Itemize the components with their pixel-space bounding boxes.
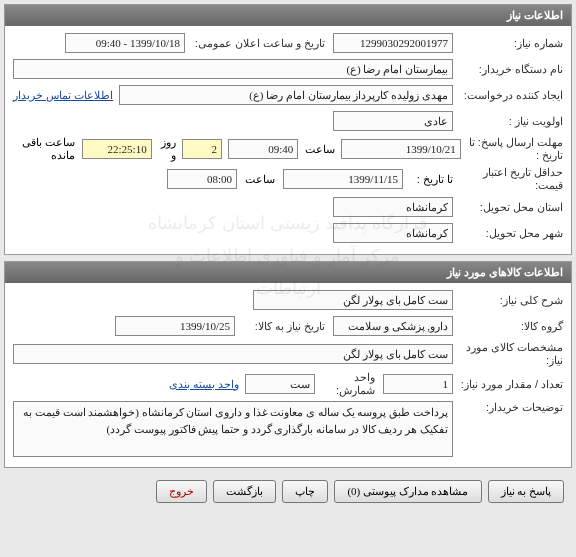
- resp-time-input[interactable]: [228, 139, 298, 159]
- need-no-input[interactable]: [333, 33, 453, 53]
- time-label-2: ساعت: [245, 173, 275, 186]
- min-price-time-input[interactable]: [167, 169, 237, 189]
- days-input[interactable]: [182, 139, 222, 159]
- need-until-label: تاریخ نیاز به کالا:: [235, 320, 325, 333]
- days-label: روز و: [158, 136, 176, 162]
- spec-label: مشخصات کالای مورد نیاز:: [453, 341, 563, 367]
- contact-link[interactable]: اطلاعات تماس خریدار: [13, 89, 113, 102]
- button-bar: پاسخ به نیاز مشاهده مدارک پیوستی (0) چاپ…: [4, 474, 572, 509]
- back-button[interactable]: بازگشت: [213, 480, 276, 503]
- need-info-panel: اطلاعات نیاز شماره نیاز: تاریخ و ساعت اع…: [4, 4, 572, 255]
- remain-time-input[interactable]: [82, 139, 152, 159]
- buyer-org-input[interactable]: [13, 59, 453, 79]
- spec-input[interactable]: [13, 344, 453, 364]
- min-price-label: حداقل تاریخ اعتبار قیمت:: [453, 166, 563, 192]
- creator-label: ایجاد کننده درخواست:: [453, 89, 563, 102]
- ann-label: تاریخ و ساعت اعلان عمومی:: [185, 37, 325, 50]
- note-textarea[interactable]: [13, 401, 453, 457]
- buyer-org-label: نام دستگاه خریدار:: [453, 63, 563, 76]
- ann-input[interactable]: [65, 33, 185, 53]
- desc-input[interactable]: [253, 290, 453, 310]
- resp-date-input[interactable]: [341, 139, 461, 159]
- priority-label: اولویت نیاز :: [453, 115, 563, 128]
- unit-label: واحد شمارش:: [315, 371, 375, 397]
- desc-label: شرح کلی نیاز:: [453, 294, 563, 307]
- pack-link[interactable]: واحد بسته بندی: [169, 378, 239, 391]
- exit-button[interactable]: خروج: [156, 480, 207, 503]
- group-input[interactable]: [333, 316, 453, 336]
- min-price-date-input[interactable]: [283, 169, 403, 189]
- qty-input[interactable]: [383, 374, 453, 394]
- resp-deadline-label: مهلت ارسال پاسخ: تا تاریخ :: [461, 136, 563, 162]
- qty-label: تعداد / مقدار مورد نیاز:: [453, 378, 563, 391]
- attachments-button[interactable]: مشاهده مدارک پیوستی (0): [334, 480, 481, 503]
- unit-input[interactable]: [245, 374, 315, 394]
- group-label: گروه کالا:: [453, 320, 563, 333]
- time-label-1: ساعت: [305, 143, 335, 156]
- note-label: توضیحات خریدار:: [453, 401, 563, 414]
- remain-label: ساعت باقی مانده: [13, 136, 75, 162]
- province-label: استان محل تحویل:: [453, 201, 563, 214]
- province-input[interactable]: [333, 197, 453, 217]
- min-price-to: تا تاریخ :: [403, 173, 453, 186]
- city-input[interactable]: [333, 223, 453, 243]
- panel2-header: اطلاعات کالاهای مورد نیاز: [5, 262, 571, 283]
- print-button[interactable]: چاپ: [282, 480, 328, 503]
- respond-button[interactable]: پاسخ به نیاز: [488, 480, 565, 503]
- city-label: شهر محل تحویل:: [453, 227, 563, 240]
- need-until-input[interactable]: [115, 316, 235, 336]
- need-no-label: شماره نیاز:: [453, 37, 563, 50]
- priority-input[interactable]: [333, 111, 453, 131]
- goods-info-panel: اطلاعات کالاهای مورد نیاز شرح کلی نیاز: …: [4, 261, 572, 468]
- panel1-header: اطلاعات نیاز: [5, 5, 571, 26]
- creator-input[interactable]: [119, 85, 453, 105]
